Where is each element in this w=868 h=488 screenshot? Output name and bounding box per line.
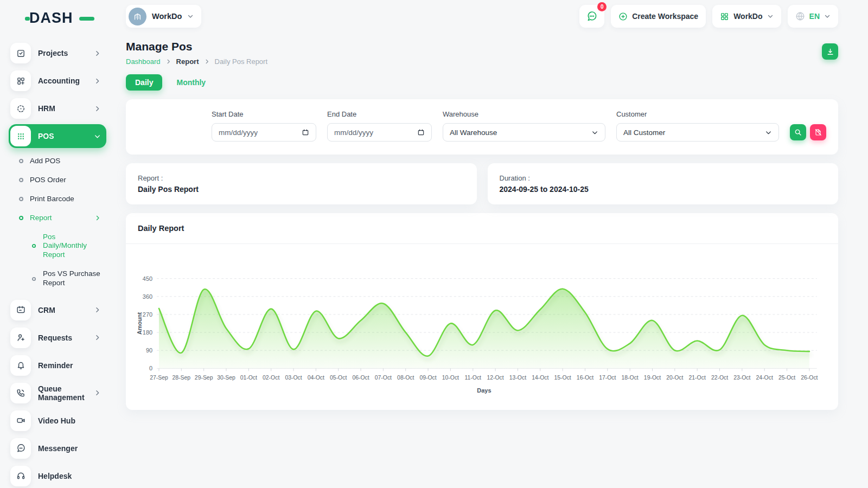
sidebar-subitem-report[interactable]: Report xyxy=(9,209,106,228)
svg-text:22-Oct: 22-Oct xyxy=(711,375,728,381)
sidebar-item-reminder[interactable]: Reminder xyxy=(9,354,106,377)
end-date-input[interactable]: mm/dd/yyyy xyxy=(327,123,432,142)
calendar-icon xyxy=(302,129,309,136)
customer-label: Customer xyxy=(616,110,779,118)
start-date-input[interactable]: mm/dd/yyyy xyxy=(212,123,316,142)
report-value: Daily Pos Report xyxy=(138,185,465,194)
duration-value: 2024-09-25 to 2024-10-25 xyxy=(500,185,827,194)
svg-text:19-Oct: 19-Oct xyxy=(644,375,661,381)
sidebar-item-queue-management[interactable]: Queue Management xyxy=(9,381,106,405)
download-button[interactable] xyxy=(822,43,838,60)
bell-icon xyxy=(10,355,31,376)
language-selector[interactable]: EN xyxy=(788,5,838,28)
workspace-selector[interactable]: WorkDo xyxy=(126,5,201,28)
customer-select[interactable]: All Customer xyxy=(616,123,779,142)
tab-daily[interactable]: Daily xyxy=(126,74,162,91)
sidebar-item-pos[interactable]: POS xyxy=(9,124,106,148)
svg-text:30-Sep: 30-Sep xyxy=(217,375,235,381)
sidebar-item-label: Accounting xyxy=(38,76,87,85)
breadcrumb-report[interactable]: Report xyxy=(176,57,199,66)
svg-text:08-Oct: 08-Oct xyxy=(397,375,414,381)
end-date-label: End Date xyxy=(327,110,432,118)
sidebar-item-requests[interactable]: Requests xyxy=(9,326,106,350)
create-workspace-button[interactable]: Create Workspace xyxy=(611,5,706,28)
main-content: WorkDo 0 Create Workspace WorkDo EN xyxy=(115,0,868,410)
sidebar-subitem-pos-vs-purchase-report[interactable]: Pos VS Purchase Report xyxy=(9,265,106,293)
grid-plus-icon xyxy=(10,70,31,91)
chevron-down-icon xyxy=(591,129,598,136)
app-logo[interactable]: DASH xyxy=(29,10,106,28)
sidebar-item-hrm[interactable]: HRM xyxy=(9,97,106,120)
warehouse-select[interactable]: All Warehouse xyxy=(443,123,605,142)
svg-text:24-Oct: 24-Oct xyxy=(756,375,773,381)
sidebar-subitem-add-pos[interactable]: Add POS xyxy=(9,152,106,171)
filter-card: Start Date mm/dd/yyyy End Date mm/dd/yyy… xyxy=(126,99,838,155)
sidebar-item-label: Queue Management xyxy=(38,384,87,402)
svg-text:10-Oct: 10-Oct xyxy=(442,375,459,381)
breadcrumb-current: Daily Pos Report xyxy=(215,57,268,66)
svg-text:26-Oct: 26-Oct xyxy=(801,375,818,381)
svg-text:Amount: Amount xyxy=(136,312,143,335)
sidebar-item-messenger[interactable]: Messenger xyxy=(9,436,106,460)
chevron-right-icon xyxy=(165,59,171,65)
search-button[interactable] xyxy=(790,124,806,140)
logo-text: DASH xyxy=(29,10,73,26)
duration-label: Duration : xyxy=(500,174,827,182)
svg-text:15-Oct: 15-Oct xyxy=(554,375,571,381)
workspace-switcher-label: WorkDo xyxy=(733,12,762,21)
sidebar-item-video-hub[interactable]: Video Hub xyxy=(9,409,106,433)
sidebar-item-crm[interactable]: CRM xyxy=(9,298,106,322)
plus-circle-icon xyxy=(618,12,628,21)
bullet-icon xyxy=(18,215,24,221)
sidebar-item-projects[interactable]: Projects xyxy=(9,41,106,65)
language-label: EN xyxy=(809,12,820,21)
download-icon xyxy=(826,48,834,56)
workspace-name: WorkDo xyxy=(152,12,182,21)
chat-bubble-icon xyxy=(586,11,597,22)
bullet-icon xyxy=(18,158,24,164)
page-title: Manage Pos xyxy=(126,40,267,53)
start-date-field: Start Date mm/dd/yyyy xyxy=(212,110,316,142)
workspace-switcher-button[interactable]: WorkDo xyxy=(712,5,781,28)
report-label: Report : xyxy=(138,174,465,182)
svg-text:23-Oct: 23-Oct xyxy=(733,375,750,381)
chat-bubble-icon xyxy=(10,438,31,459)
calendar-icon xyxy=(417,129,425,136)
sidebar-subitem-print-barcode[interactable]: Print Barcode xyxy=(9,190,106,209)
reset-filter-button[interactable] xyxy=(810,124,826,140)
svg-text:18-Oct: 18-Oct xyxy=(622,375,639,381)
chevron-right-icon xyxy=(94,78,101,85)
sidebar-subitem-pos-daily-monthly-report[interactable]: Pos Daily/Monthly Report xyxy=(9,228,106,265)
sidebar-item-label: Messenger xyxy=(38,444,101,453)
topbar-actions: 0 Create Workspace WorkDo EN xyxy=(579,5,838,28)
contact-card-icon xyxy=(10,300,31,320)
target-dashed-icon xyxy=(10,98,31,119)
start-date-label: Start Date xyxy=(212,110,316,118)
breadcrumb-dashboard[interactable]: Dashboard xyxy=(126,57,161,66)
svg-text:05-Oct: 05-Oct xyxy=(330,375,347,381)
search-icon xyxy=(794,129,802,136)
warehouse-label: Warehouse xyxy=(443,110,605,118)
chevron-right-icon xyxy=(94,306,101,313)
svg-text:450: 450 xyxy=(143,275,152,282)
chevron-down-icon xyxy=(187,13,194,20)
chevron-right-icon xyxy=(204,59,210,65)
sidebar-item-accounting[interactable]: Accounting xyxy=(9,69,106,93)
page-header: Manage Pos Dashboard Report Daily Pos Re… xyxy=(126,40,838,66)
chart-card-header: Daily Report xyxy=(126,213,838,244)
sidebar-item-helpdesk[interactable]: Helpdesk xyxy=(9,464,106,488)
svg-text:270: 270 xyxy=(143,311,152,318)
user-plus-icon xyxy=(10,328,31,348)
chevron-right-icon xyxy=(94,105,101,112)
svg-text:11-Oct: 11-Oct xyxy=(465,375,482,381)
workspace-avatar xyxy=(129,8,146,25)
tab-monthly[interactable]: Monthly xyxy=(176,78,206,87)
svg-text:29-Sep: 29-Sep xyxy=(195,375,213,381)
breadcrumb: Dashboard Report Daily Pos Report xyxy=(126,57,267,66)
sidebar-subitem-pos-order[interactable]: POS Order xyxy=(9,171,106,190)
globe-icon xyxy=(795,11,805,21)
svg-text:12-Oct: 12-Oct xyxy=(487,375,503,381)
chevron-right-icon xyxy=(94,50,101,57)
summary-row: Report : Daily Pos Report Duration : 202… xyxy=(126,163,838,204)
messages-button[interactable]: 0 xyxy=(579,5,604,28)
